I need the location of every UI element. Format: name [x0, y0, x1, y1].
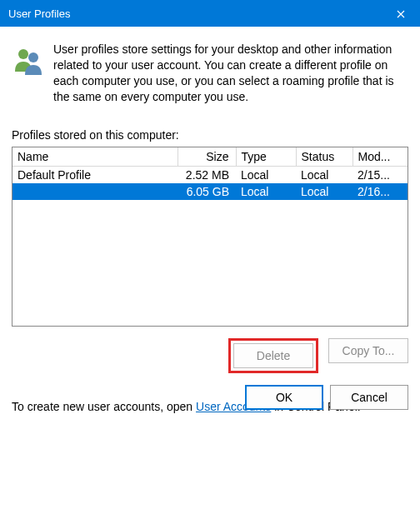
ok-button[interactable]: OK	[245, 385, 323, 410]
cell-name	[12, 183, 178, 200]
col-size[interactable]: Size	[178, 147, 236, 167]
hint-prefix: To create new user accounts, open	[12, 400, 196, 413]
users-icon	[12, 42, 53, 105]
profiles-stored-label: Profiles stored on this computer:	[12, 128, 408, 142]
cell-status: Local	[296, 166, 352, 183]
copy-to-button[interactable]: Copy To...	[328, 338, 408, 363]
cell-modified: 2/16...	[352, 183, 408, 200]
cell-name: Default Profile	[12, 166, 178, 183]
cell-type: Local	[236, 183, 296, 200]
cell-type: Local	[236, 166, 296, 183]
titlebar: User Profiles	[0, 0, 420, 27]
dialog-buttons: OK Cancel	[245, 385, 408, 410]
profiles-table[interactable]: Name Size Type Status Mod... Default Pro…	[12, 147, 408, 327]
dialog-content: User profiles store settings for your de…	[0, 27, 420, 422]
close-button[interactable]	[382, 0, 420, 27]
table-row[interactable]: 6.05 GB Local Local 2/16...	[12, 183, 408, 200]
cell-size: 2.52 MB	[178, 166, 236, 183]
delete-button[interactable]: Delete	[233, 343, 313, 368]
col-modified[interactable]: Mod...	[352, 147, 408, 167]
col-name[interactable]: Name	[12, 147, 178, 167]
intro-description: User profiles store settings for your de…	[53, 42, 408, 105]
svg-point-0	[18, 49, 28, 59]
table-row[interactable]: Default Profile 2.52 MB Local Local 2/15…	[12, 166, 408, 183]
intro-section: User profiles store settings for your de…	[12, 42, 408, 105]
svg-point-1	[28, 52, 38, 62]
profile-buttons: Delete Copy To...	[12, 338, 408, 373]
col-status[interactable]: Status	[296, 147, 352, 167]
cell-modified: 2/15...	[352, 166, 408, 183]
cell-size: 6.05 GB	[178, 183, 236, 200]
col-type[interactable]: Type	[236, 147, 296, 167]
cancel-button[interactable]: Cancel	[330, 385, 408, 410]
cell-status: Local	[296, 183, 352, 200]
close-icon	[397, 7, 405, 21]
delete-highlight: Delete	[228, 338, 318, 373]
table-header-row: Name Size Type Status Mod...	[12, 147, 408, 167]
window-title: User Profiles	[8, 7, 382, 20]
